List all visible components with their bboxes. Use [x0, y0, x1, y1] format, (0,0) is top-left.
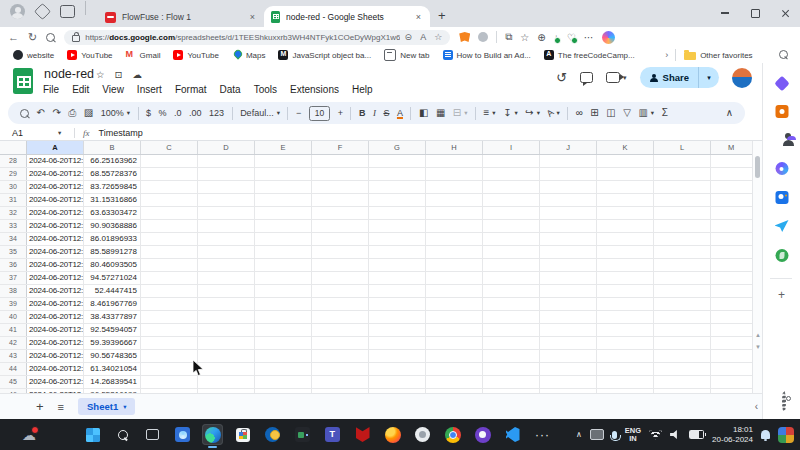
cell-J37[interactable] [540, 272, 597, 284]
cell-E28[interactable] [255, 155, 312, 167]
cell-C29[interactable] [141, 168, 198, 180]
cell-C37[interactable] [141, 272, 198, 284]
cell-F32[interactable] [312, 207, 369, 219]
cell-J28[interactable] [540, 155, 597, 167]
text-wrap-icon[interactable]: ↪ [525, 108, 540, 118]
cell-J42[interactable] [540, 337, 597, 349]
cell-I39[interactable] [483, 298, 540, 310]
weather-widget[interactable]: ☁ [22, 427, 39, 443]
cell-G42[interactable] [369, 337, 426, 349]
cell-M45[interactable] [711, 376, 751, 388]
menu-edit[interactable]: Edit [72, 84, 89, 95]
increase-font-size[interactable]: + [338, 108, 343, 118]
notifications-bell-icon[interactable] [761, 430, 770, 439]
print-icon[interactable]: ⎙ [68, 108, 76, 118]
cell-C28[interactable] [141, 155, 198, 167]
cell-H28[interactable] [426, 155, 483, 167]
search-icon[interactable] [46, 33, 55, 42]
cell-K38[interactable] [597, 285, 654, 297]
menu-file[interactable]: File [43, 84, 59, 95]
cell-L34[interactable] [654, 233, 711, 245]
column-header-G[interactable]: G [369, 141, 426, 154]
cell-H40[interactable] [426, 311, 483, 323]
github-desktop-icon[interactable] [472, 424, 493, 445]
cell-B29[interactable]: 68.55728376 [84, 168, 141, 180]
text-rotation[interactable]: A [547, 108, 559, 118]
cell-G37[interactable] [369, 272, 426, 284]
cell-F45[interactable] [312, 376, 369, 388]
cell-F38[interactable] [312, 285, 369, 297]
cell-B35[interactable]: 85.58991278 [84, 246, 141, 258]
bookmark-item[interactable]: YouTube [62, 50, 117, 60]
menu-insert[interactable]: Insert [137, 84, 162, 95]
bookmarks-search-icon[interactable] [779, 50, 788, 61]
row-header-31[interactable]: 31 [0, 194, 27, 206]
cloud-status-icon[interactable]: ☁ [133, 69, 143, 80]
cell-C32[interactable] [141, 207, 198, 219]
task-view-icon[interactable] [142, 424, 163, 445]
addon-swirl-icon[interactable] [775, 162, 788, 175]
cell-C34[interactable] [141, 233, 198, 245]
cell-L29[interactable] [654, 168, 711, 180]
insert-chart-icon[interactable]: ◫ [606, 108, 615, 118]
functions-icon[interactable]: Σ [662, 108, 668, 118]
cell-L36[interactable] [654, 259, 711, 271]
cell-F41[interactable] [312, 324, 369, 336]
insert-link-icon[interactable]: ∞ [576, 108, 583, 118]
cell-G29[interactable] [369, 168, 426, 180]
zoom-out-icon[interactable]: ⊝ [405, 32, 413, 42]
cell-D29[interactable] [198, 168, 255, 180]
menu-tools[interactable]: Tools [254, 84, 277, 95]
decrease-font-size[interactable]: − [296, 108, 301, 118]
cell-J33[interactable] [540, 220, 597, 232]
meet-icon[interactable] [292, 424, 313, 445]
cell-G45[interactable] [369, 376, 426, 388]
cell-G36[interactable] [369, 259, 426, 271]
cell-I42[interactable] [483, 337, 540, 349]
cell-L42[interactable] [654, 337, 711, 349]
cell-H45[interactable] [426, 376, 483, 388]
cell-M29[interactable] [711, 168, 751, 180]
cell-M28[interactable] [711, 155, 751, 167]
cell-E29[interactable] [255, 168, 312, 180]
cell-L44[interactable] [654, 363, 711, 375]
taskbar-search-icon[interactable] [112, 424, 133, 445]
font-size[interactable]: 10 [309, 106, 330, 121]
menu-view[interactable]: View [102, 84, 124, 95]
cell-K37[interactable] [597, 272, 654, 284]
row-header-32[interactable]: 32 [0, 207, 27, 219]
metamask-icon[interactable] [459, 32, 470, 42]
bookmark-item[interactable]: Maps [227, 50, 271, 60]
addon-send-icon[interactable] [775, 220, 789, 232]
cell-I31[interactable] [483, 194, 540, 206]
cell-J31[interactable] [540, 194, 597, 206]
fill-color-icon[interactable]: ◧ [419, 108, 428, 118]
cell-K36[interactable] [597, 259, 654, 271]
cell-E37[interactable] [255, 272, 312, 284]
format-currency[interactable]: $ [146, 108, 151, 118]
row-header-39[interactable]: 39 [0, 298, 27, 310]
photos-icon[interactable] [172, 424, 193, 445]
cell-F39[interactable] [312, 298, 369, 310]
cell-A42[interactable]: 2024-06-20T12:2 [27, 337, 84, 349]
cell-F40[interactable] [312, 311, 369, 323]
tab-flowfuse[interactable]: FlowFuse : Flow 1 × [98, 7, 264, 27]
bookmarks-overflow-icon[interactable]: › [661, 50, 672, 60]
cell-L40[interactable] [654, 311, 711, 323]
cell-C44[interactable] [141, 363, 198, 375]
cell-A43[interactable]: 2024-06-20T12:2 [27, 350, 84, 362]
comment-icon[interactable] [580, 72, 593, 83]
store-icon[interactable] [232, 424, 253, 445]
redo-icon[interactable]: ↷ [52, 108, 60, 118]
cell-E36[interactable] [255, 259, 312, 271]
cell-G39[interactable] [369, 298, 426, 310]
cell-D45[interactable] [198, 376, 255, 388]
cell-J30[interactable] [540, 181, 597, 193]
cell-B31[interactable]: 31.15316866 [84, 194, 141, 206]
extension-icon[interactable] [478, 32, 488, 42]
cell-M37[interactable] [711, 272, 751, 284]
cell-A32[interactable]: 2024-06-20T12:2 [27, 207, 84, 219]
cell-A45[interactable]: 2024-06-20T12:2 [27, 376, 84, 388]
cell-L41[interactable] [654, 324, 711, 336]
cell-C35[interactable] [141, 246, 198, 258]
